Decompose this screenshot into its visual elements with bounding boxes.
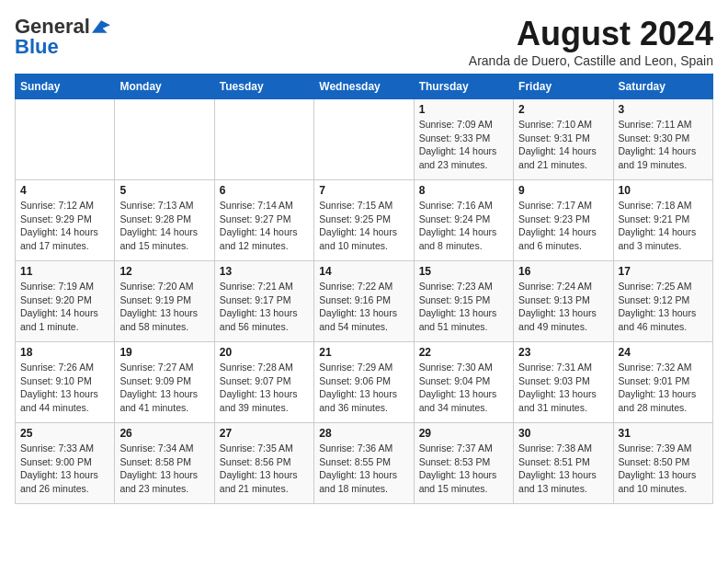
day-number: 18 [20,346,109,359]
day-detail: Sunrise: 7:35 AM Sunset: 8:56 PM Dayligh… [220,442,309,496]
calendar-cell: 7Sunrise: 7:15 AM Sunset: 9:25 PM Daylig… [314,180,414,261]
day-number: 7 [319,184,408,197]
calendar-cell: 9Sunrise: 7:17 AM Sunset: 9:23 PM Daylig… [514,180,613,261]
day-detail: Sunrise: 7:28 AM Sunset: 9:07 PM Dayligh… [220,361,309,415]
logo: General Blue [15,15,110,59]
calendar-cell: 18Sunrise: 7:26 AM Sunset: 9:10 PM Dayli… [16,342,115,423]
calendar-cell: 27Sunrise: 7:35 AM Sunset: 8:56 PM Dayli… [214,423,313,504]
calendar-cell: 2Sunrise: 7:10 AM Sunset: 9:31 PM Daylig… [514,99,613,180]
calendar-week-row: 4Sunrise: 7:12 AM Sunset: 9:29 PM Daylig… [16,180,713,261]
calendar-cell: 16Sunrise: 7:24 AM Sunset: 9:13 PM Dayli… [514,261,613,342]
calendar-cell: 24Sunrise: 7:32 AM Sunset: 9:01 PM Dayli… [613,342,712,423]
day-number: 17 [619,265,708,278]
day-detail: Sunrise: 7:18 AM Sunset: 9:21 PM Dayligh… [619,199,708,253]
day-detail: Sunrise: 7:09 AM Sunset: 9:33 PM Dayligh… [419,118,508,172]
header-thursday: Thursday [414,75,513,99]
day-detail: Sunrise: 7:27 AM Sunset: 9:09 PM Dayligh… [119,361,209,415]
day-number: 6 [220,184,309,197]
calendar-cell: 15Sunrise: 7:23 AM Sunset: 9:15 PM Dayli… [414,261,513,342]
day-detail: Sunrise: 7:25 AM Sunset: 9:12 PM Dayligh… [619,280,708,334]
day-number: 11 [20,265,109,278]
day-number: 12 [119,265,209,278]
day-detail: Sunrise: 7:32 AM Sunset: 9:01 PM Dayligh… [619,361,708,415]
day-detail: Sunrise: 7:30 AM Sunset: 9:04 PM Dayligh… [419,361,508,415]
day-detail: Sunrise: 7:37 AM Sunset: 8:53 PM Dayligh… [419,442,508,496]
day-number: 25 [20,427,109,440]
day-detail: Sunrise: 7:17 AM Sunset: 9:23 PM Dayligh… [518,199,608,253]
calendar-cell: 4Sunrise: 7:12 AM Sunset: 9:29 PM Daylig… [16,180,115,261]
day-number: 23 [518,346,608,359]
logo-blue: Blue [15,35,59,59]
day-detail: Sunrise: 7:21 AM Sunset: 9:17 PM Dayligh… [220,280,309,334]
day-number: 31 [619,427,708,440]
day-detail: Sunrise: 7:13 AM Sunset: 9:28 PM Dayligh… [119,199,209,253]
day-detail: Sunrise: 7:22 AM Sunset: 9:16 PM Dayligh… [319,280,408,334]
calendar-cell: 30Sunrise: 7:38 AM Sunset: 8:51 PM Dayli… [514,423,613,504]
calendar-cell: 20Sunrise: 7:28 AM Sunset: 9:07 PM Dayli… [214,342,313,423]
day-detail: Sunrise: 7:33 AM Sunset: 9:00 PM Dayligh… [20,442,109,496]
day-number: 14 [319,265,408,278]
calendar-cell: 22Sunrise: 7:30 AM Sunset: 9:04 PM Dayli… [414,342,513,423]
day-detail: Sunrise: 7:12 AM Sunset: 9:29 PM Dayligh… [20,199,109,253]
day-number: 29 [419,427,508,440]
day-detail: Sunrise: 7:20 AM Sunset: 9:19 PM Dayligh… [119,280,209,334]
header-wednesday: Wednesday [314,75,414,99]
day-detail: Sunrise: 7:36 AM Sunset: 8:55 PM Dayligh… [319,442,408,496]
calendar-cell: 23Sunrise: 7:31 AM Sunset: 9:03 PM Dayli… [514,342,613,423]
day-number: 16 [518,265,608,278]
svg-marker-0 [92,20,110,32]
header-friday: Friday [514,75,613,99]
page-header: General Blue August 2024 Aranda de Duero… [15,15,713,68]
calendar-cell [214,99,313,180]
calendar-cell: 10Sunrise: 7:18 AM Sunset: 9:21 PM Dayli… [613,180,712,261]
calendar-cell: 8Sunrise: 7:16 AM Sunset: 9:24 PM Daylig… [414,180,513,261]
calendar-week-row: 25Sunrise: 7:33 AM Sunset: 9:00 PM Dayli… [16,423,713,504]
day-detail: Sunrise: 7:38 AM Sunset: 8:51 PM Dayligh… [518,442,608,496]
header-tuesday: Tuesday [214,75,313,99]
day-detail: Sunrise: 7:15 AM Sunset: 9:25 PM Dayligh… [319,199,408,253]
calendar-cell: 5Sunrise: 7:13 AM Sunset: 9:28 PM Daylig… [115,180,214,261]
calendar-cell: 26Sunrise: 7:34 AM Sunset: 8:58 PM Dayli… [115,423,214,504]
calendar-header-row: SundayMondayTuesdayWednesdayThursdayFrid… [16,75,713,99]
logo-bird-icon [92,20,110,33]
day-number: 10 [619,184,708,197]
day-number: 30 [518,427,608,440]
calendar-cell: 31Sunrise: 7:39 AM Sunset: 8:50 PM Dayli… [613,423,712,504]
calendar-cell [314,99,414,180]
day-detail: Sunrise: 7:29 AM Sunset: 9:06 PM Dayligh… [319,361,408,415]
header-monday: Monday [115,75,214,99]
calendar-cell: 25Sunrise: 7:33 AM Sunset: 9:00 PM Dayli… [16,423,115,504]
day-number: 5 [119,184,209,197]
day-detail: Sunrise: 7:23 AM Sunset: 9:15 PM Dayligh… [419,280,508,334]
calendar-table: SundayMondayTuesdayWednesdayThursdayFrid… [15,74,713,504]
day-detail: Sunrise: 7:14 AM Sunset: 9:27 PM Dayligh… [220,199,309,253]
location-subtitle: Aranda de Duero, Castille and Leon, Spai… [469,53,713,68]
calendar-cell [115,99,214,180]
day-number: 27 [220,427,309,440]
calendar-week-row: 18Sunrise: 7:26 AM Sunset: 9:10 PM Dayli… [16,342,713,423]
day-number: 24 [619,346,708,359]
calendar-cell: 21Sunrise: 7:29 AM Sunset: 9:06 PM Dayli… [314,342,414,423]
calendar-cell: 19Sunrise: 7:27 AM Sunset: 9:09 PM Dayli… [115,342,214,423]
header-saturday: Saturday [613,75,712,99]
day-detail: Sunrise: 7:19 AM Sunset: 9:20 PM Dayligh… [20,280,109,334]
calendar-cell: 28Sunrise: 7:36 AM Sunset: 8:55 PM Dayli… [314,423,414,504]
title-area: August 2024 Aranda de Duero, Castille an… [469,15,713,68]
calendar-cell: 3Sunrise: 7:11 AM Sunset: 9:30 PM Daylig… [613,99,712,180]
day-number: 20 [220,346,309,359]
day-detail: Sunrise: 7:16 AM Sunset: 9:24 PM Dayligh… [419,199,508,253]
calendar-cell: 1Sunrise: 7:09 AM Sunset: 9:33 PM Daylig… [414,99,513,180]
day-number: 13 [220,265,309,278]
calendar-cell: 12Sunrise: 7:20 AM Sunset: 9:19 PM Dayli… [115,261,214,342]
calendar-cell: 11Sunrise: 7:19 AM Sunset: 9:20 PM Dayli… [16,261,115,342]
day-detail: Sunrise: 7:26 AM Sunset: 9:10 PM Dayligh… [20,361,109,415]
day-detail: Sunrise: 7:34 AM Sunset: 8:58 PM Dayligh… [119,442,209,496]
day-detail: Sunrise: 7:39 AM Sunset: 8:50 PM Dayligh… [619,442,708,496]
day-number: 8 [419,184,508,197]
day-number: 1 [419,103,508,116]
calendar-cell: 13Sunrise: 7:21 AM Sunset: 9:17 PM Dayli… [214,261,313,342]
day-detail: Sunrise: 7:10 AM Sunset: 9:31 PM Dayligh… [518,118,608,172]
day-number: 26 [119,427,209,440]
day-number: 22 [419,346,508,359]
calendar-cell: 29Sunrise: 7:37 AM Sunset: 8:53 PM Dayli… [414,423,513,504]
